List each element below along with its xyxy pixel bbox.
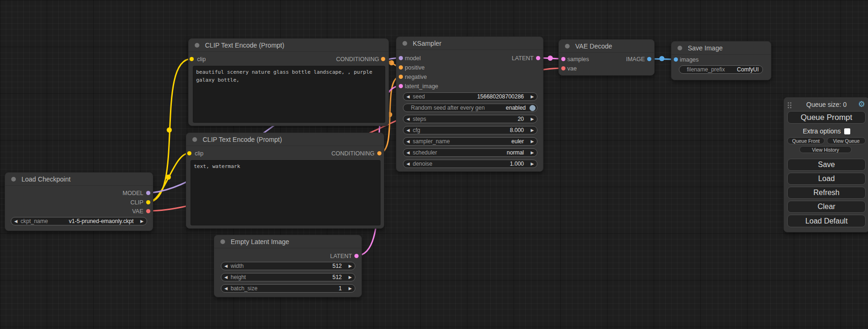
view-history-button[interactable]: View History xyxy=(799,146,852,153)
collapse-dot-icon[interactable] xyxy=(677,46,682,50)
queue-front-button[interactable]: Queue Front xyxy=(787,137,825,144)
decrement-arrow-icon[interactable]: ◀ xyxy=(403,94,413,99)
node-ksampler[interactable]: KSampler model positive negative latent_… xyxy=(396,36,543,172)
decrement-arrow-icon[interactable]: ◀ xyxy=(221,264,231,268)
node-title: VAE Decode xyxy=(575,42,612,50)
collapse-dot-icon[interactable] xyxy=(402,41,407,46)
collapse-dot-icon[interactable] xyxy=(11,177,16,182)
port-images-input[interactable] xyxy=(674,57,678,62)
seed-widget[interactable]: ◀ seed 156680208700286 ▶ xyxy=(403,92,537,101)
decrement-arrow-icon[interactable]: ◀ xyxy=(221,275,231,280)
port-clip-input-positive[interactable] xyxy=(190,57,194,61)
link-dot xyxy=(548,56,553,61)
decrement-arrow-icon[interactable]: ◀ xyxy=(403,150,413,155)
node-vae-decode-header[interactable]: VAE Decode xyxy=(559,40,654,53)
increment-arrow-icon[interactable]: ▶ xyxy=(137,219,147,224)
node-clip-text-encode-positive[interactable]: CLIP Text Encode (Prompt) clip CONDITION… xyxy=(188,38,389,126)
width-widget[interactable]: ◀ width 512 ▶ xyxy=(221,262,355,270)
port-latent-image-input[interactable] xyxy=(399,84,403,88)
output-label-image: IMAGE xyxy=(626,56,645,63)
node-empty-latent-image[interactable]: Empty Latent Image LATENT ◀ width 512 ▶ … xyxy=(214,235,362,297)
port-vae-input[interactable] xyxy=(561,66,565,70)
increment-arrow-icon[interactable]: ▶ xyxy=(346,264,355,268)
increment-arrow-icon[interactable]: ▶ xyxy=(528,128,537,133)
port-samples-input[interactable] xyxy=(561,57,565,61)
decrement-arrow-icon[interactable]: ◀ xyxy=(221,286,231,291)
decrement-arrow-icon[interactable]: ◀ xyxy=(403,139,413,144)
node-clip-text-encode-negative[interactable]: CLIP Text Encode (Prompt) clip CONDITION… xyxy=(186,133,384,229)
toggle-circle-icon[interactable] xyxy=(529,105,536,111)
increment-arrow-icon[interactable]: ▶ xyxy=(346,286,355,291)
increment-arrow-icon[interactable]: ▶ xyxy=(528,161,537,166)
extra-options-checkbox[interactable] xyxy=(844,128,850,134)
steps-widget[interactable]: ◀ steps 20 ▶ xyxy=(403,115,537,123)
increment-arrow-icon[interactable]: ▶ xyxy=(528,150,537,155)
increment-arrow-icon[interactable]: ▶ xyxy=(528,139,537,144)
port-positive-input[interactable] xyxy=(399,65,403,70)
widget-name: Random seed after every gen xyxy=(411,105,485,111)
port-conditioning-output-negative[interactable] xyxy=(377,151,381,155)
refresh-button[interactable]: Refresh xyxy=(787,187,866,199)
output-label-conditioning: CONDITIONING xyxy=(332,150,374,157)
node-clip-positive-header[interactable]: CLIP Text Encode (Prompt) xyxy=(189,39,388,52)
node-empty-latent-header[interactable]: Empty Latent Image xyxy=(214,235,361,248)
increment-arrow-icon[interactable]: ▶ xyxy=(528,94,537,99)
denoise-widget[interactable]: ◀ denoise 1.000 ▶ xyxy=(403,160,537,168)
node-load-checkpoint[interactable]: Load Checkpoint MODEL CLIP VAE ◀ ckpt_na… xyxy=(5,172,153,231)
node-clip-negative-header[interactable]: CLIP Text Encode (Prompt) xyxy=(186,133,384,146)
port-vae-output[interactable] xyxy=(146,209,150,213)
port-latent-output-empty-latent[interactable] xyxy=(354,254,359,258)
port-latent-output-ksampler[interactable] xyxy=(536,56,540,60)
widget-name: height xyxy=(231,274,246,280)
port-clip-input-negative[interactable] xyxy=(187,151,191,155)
view-queue-button[interactable]: View Queue xyxy=(827,137,866,144)
link-dot xyxy=(167,127,172,133)
node-save-image-header[interactable]: Save Image xyxy=(671,42,771,55)
collapse-dot-icon[interactable] xyxy=(220,239,225,244)
load-default-button[interactable]: Load Default xyxy=(787,215,866,227)
port-model-input[interactable] xyxy=(399,56,403,60)
increment-arrow-icon[interactable]: ▶ xyxy=(528,117,537,121)
collapse-dot-icon[interactable] xyxy=(565,44,570,49)
decrement-arrow-icon[interactable]: ◀ xyxy=(403,117,413,121)
port-conditioning-output-positive[interactable] xyxy=(381,57,385,61)
widget-value: 20 xyxy=(426,116,528,122)
input-label-model: model xyxy=(405,55,421,62)
filename-prefix-widget[interactable]: filename_prefix ComfyUI xyxy=(679,65,763,74)
decrement-arrow-icon[interactable]: ◀ xyxy=(403,161,413,166)
port-clip-output[interactable] xyxy=(146,200,150,204)
widget-name: filename_prefix xyxy=(687,66,725,73)
collapse-dot-icon[interactable] xyxy=(192,137,197,142)
ckpt-name-widget[interactable]: ◀ ckpt_name v1-5-pruned-emaonly.ckpt ▶ xyxy=(11,217,147,225)
decrement-arrow-icon[interactable]: ◀ xyxy=(11,219,21,224)
queue-prompt-button[interactable]: Queue Prompt xyxy=(787,111,866,124)
clear-button[interactable]: Clear xyxy=(787,201,866,213)
negative-prompt-textarea[interactable]: text, watermark xyxy=(191,160,381,225)
node-ksampler-header[interactable]: KSampler xyxy=(396,37,543,50)
increment-arrow-icon[interactable]: ▶ xyxy=(346,275,355,280)
node-load-checkpoint-header[interactable]: Load Checkpoint xyxy=(5,173,153,186)
sampler-name-widget[interactable]: ◀ sampler_name euler ▶ xyxy=(403,137,537,146)
node-vae-decode[interactable]: VAE Decode samples vae IMAGE xyxy=(558,39,655,76)
comfyui-canvas[interactable]: { "nodes": { "load_checkpoint": { "title… xyxy=(0,0,868,329)
height-widget[interactable]: ◀ height 512 ▶ xyxy=(221,273,355,281)
save-button[interactable]: Save xyxy=(787,159,866,171)
decrement-arrow-icon[interactable]: ◀ xyxy=(403,128,413,133)
queue-panel[interactable]: Queue size: 0 ⚙ Queue Prompt Extra optio… xyxy=(783,97,868,232)
gear-icon[interactable]: ⚙ xyxy=(858,99,865,109)
positive-prompt-textarea[interactable]: beautiful scenery nature glass bottle la… xyxy=(193,66,385,123)
input-label-samples: samples xyxy=(567,56,589,63)
port-model-output[interactable] xyxy=(146,191,150,195)
random-seed-toggle-widget[interactable]: Random seed after every gen enabled xyxy=(403,104,537,112)
extra-options-label: Extra options xyxy=(803,127,841,135)
input-label-clip: clip xyxy=(195,150,204,157)
port-image-output[interactable] xyxy=(647,57,651,61)
node-save-image[interactable]: Save Image images filename_prefix ComfyU… xyxy=(671,41,771,80)
load-button[interactable]: Load xyxy=(787,173,866,185)
collapse-dot-icon[interactable] xyxy=(195,43,199,48)
batch-size-widget[interactable]: ◀ batch_size 1 ▶ xyxy=(221,284,355,293)
node-title: CLIP Text Encode (Prompt) xyxy=(203,136,282,143)
port-negative-input[interactable] xyxy=(399,75,403,79)
scheduler-widget[interactable]: ◀ scheduler normal ▶ xyxy=(403,148,537,157)
cfg-widget[interactable]: ◀ cfg 8.000 ▶ xyxy=(403,126,537,134)
